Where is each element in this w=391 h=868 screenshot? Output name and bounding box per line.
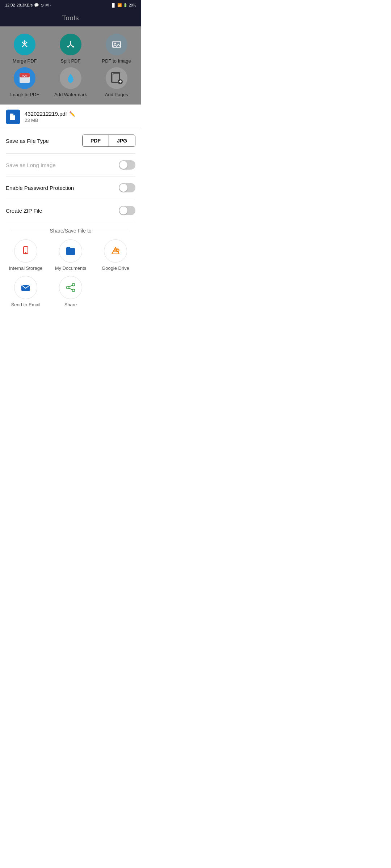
wifi-icon: 📶	[117, 3, 122, 7]
share-google-drive[interactable]: + Google Drive	[96, 239, 135, 271]
svg-marker-4	[72, 46, 74, 48]
google-drive-label: Google Drive	[102, 265, 129, 271]
split-pdf-icon	[60, 34, 81, 55]
svg-marker-1	[24, 40, 26, 42]
svg-point-6	[114, 43, 116, 44]
sync-icon: ⊙	[41, 3, 44, 8]
share-grid-row2: Send to Email Share	[0, 271, 141, 315]
tool-pdf-to-image[interactable]: PDF to Image	[95, 34, 138, 64]
tool-image-to-pdf[interactable]: PDF Image to PDF	[4, 67, 46, 97]
share-my-documents[interactable]: My Documents	[51, 239, 91, 271]
svg-rect-15	[11, 117, 15, 118]
add-watermark-label: Add Watermark	[54, 92, 87, 97]
svg-line-28	[69, 285, 72, 287]
tool-add-pages[interactable]: Add Pages	[95, 67, 138, 97]
share-title: Share/Save File to	[0, 228, 141, 234]
my-documents-label: My Documents	[55, 265, 87, 271]
password-knob	[119, 184, 127, 192]
long-image-label: Save as Long Image	[6, 162, 56, 168]
google-drive-circle: +	[104, 239, 127, 263]
file-name-text: 43202212219.pdf	[25, 111, 67, 117]
file-type-toggle[interactable]: PDF JPG	[82, 135, 135, 147]
share-save-section: Share/Save File to Internal Storage	[0, 222, 141, 318]
app-title: Tools	[62, 14, 79, 22]
svg-point-19	[25, 252, 26, 253]
signal-icon: ▐▌	[111, 3, 116, 7]
internal-storage-label: Internal Storage	[9, 265, 43, 271]
tool-add-watermark[interactable]: Add Watermark	[50, 67, 92, 97]
split-pdf-label: Split PDF	[61, 58, 81, 64]
password-protection-row: Enable Password Protection	[6, 176, 135, 199]
long-image-row: Save as Long Image	[6, 154, 135, 176]
pdf-to-image-label: PDF to Image	[102, 58, 131, 64]
pdf-toggle-btn[interactable]: PDF	[83, 135, 109, 146]
send-to-email-circle	[14, 276, 37, 299]
long-image-toggle[interactable]	[119, 160, 135, 170]
zip-knob	[119, 207, 127, 214]
file-name-row: 43202212219.pdf ✏️	[25, 111, 135, 117]
create-zip-label: Create ZIP File	[6, 208, 42, 214]
svg-rect-5	[113, 41, 121, 48]
time-display: 12:02	[5, 3, 15, 7]
add-pages-label: Add Pages	[105, 92, 128, 97]
merge-pdf-icon	[14, 34, 35, 55]
zip-toggle[interactable]	[119, 206, 135, 215]
share-label: Share	[64, 302, 77, 307]
svg-text:PDF: PDF	[22, 74, 28, 77]
long-image-knob	[119, 161, 127, 169]
gmail-icon: M	[45, 3, 49, 7]
image-to-pdf-label: Image to PDF	[10, 92, 39, 97]
password-toggle[interactable]	[119, 183, 135, 192]
svg-rect-18	[24, 253, 27, 254]
status-left: 12:02 28.3KB/s 💬 ⊙ M ·	[5, 3, 51, 8]
svg-line-29	[69, 288, 72, 290]
bottom-sheet: 43202212219.pdf ✏️ 23 MB Save as File Ty…	[0, 105, 141, 318]
svg-marker-3	[67, 46, 69, 48]
svg-rect-16	[11, 118, 15, 119]
file-info: 43202212219.pdf ✏️ 23 MB	[25, 111, 135, 123]
pdf-to-image-icon	[106, 34, 127, 55]
file-header: 43202212219.pdf ✏️ 23 MB	[0, 105, 141, 128]
tools-grid: Merge PDF Split PDF	[4, 34, 138, 97]
share-internal-storage[interactable]: Internal Storage	[6, 239, 46, 271]
file-size-text: 23 MB	[25, 118, 135, 123]
file-type-icon	[6, 110, 20, 124]
app-bar: Tools	[0, 10, 141, 26]
tool-split-pdf[interactable]: Split PDF	[50, 34, 92, 64]
add-watermark-icon	[60, 67, 81, 89]
add-pages-icon	[106, 67, 127, 89]
create-zip-row: Create ZIP File	[6, 199, 135, 222]
share-share[interactable]: Share	[51, 276, 91, 307]
my-documents-circle	[59, 239, 82, 263]
battery-level: 20%	[129, 3, 136, 7]
tool-merge-pdf[interactable]: Merge PDF	[4, 34, 46, 64]
share-send-to-email[interactable]: Send to Email	[6, 276, 46, 307]
options-section: Save as File Type PDF JPG Save as Long I…	[0, 128, 141, 222]
whatsapp-icon: 💬	[34, 3, 39, 8]
jpg-toggle-btn[interactable]: JPG	[109, 135, 135, 146]
file-type-label: Save as File Type	[6, 138, 49, 144]
share-circle-icon	[59, 276, 82, 299]
image-to-pdf-icon: PDF	[14, 67, 35, 89]
send-to-email-label: Send to Email	[11, 302, 41, 307]
dot-icon: ·	[50, 3, 51, 7]
battery-icon: 🔋	[123, 3, 127, 7]
file-type-row: Save as File Type PDF JPG	[6, 128, 135, 154]
svg-point-25	[72, 284, 75, 286]
merge-pdf-label: Merge PDF	[13, 58, 37, 64]
svg-text:+: +	[117, 249, 119, 252]
status-right: ▐▌ 📶 🔋 20%	[111, 3, 136, 7]
internal-storage-circle	[14, 239, 37, 263]
share-grid-row1: Internal Storage My Documents	[0, 239, 141, 271]
tools-background: Merge PDF Split PDF	[0, 26, 141, 105]
status-bar: 12:02 28.3KB/s 💬 ⊙ M · ▐▌ 📶 🔋 20%	[0, 0, 141, 10]
svg-point-27	[72, 289, 75, 292]
svg-point-26	[67, 286, 69, 289]
edit-filename-icon[interactable]: ✏️	[69, 111, 75, 117]
network-speed: 28.3KB/s	[17, 3, 33, 7]
password-protection-label: Enable Password Protection	[6, 185, 74, 191]
